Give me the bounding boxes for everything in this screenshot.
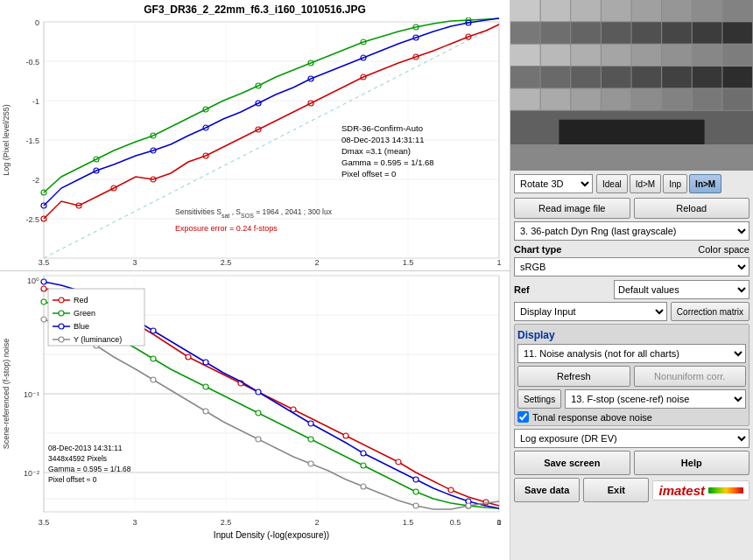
svg-point-120 xyxy=(308,461,313,466)
svg-text:Dmax =3.1 (mean): Dmax =3.1 (mean) xyxy=(341,146,411,156)
thumbnail-area xyxy=(510,0,753,171)
svg-point-102 xyxy=(308,437,313,442)
help-button[interactable]: Help xyxy=(634,451,750,475)
svg-point-93 xyxy=(343,433,348,438)
ideal-button[interactable]: Ideal xyxy=(596,174,628,193)
svg-point-117 xyxy=(151,377,156,382)
refresh-button[interactable]: Refresh xyxy=(517,366,630,387)
svg-text:2.5: 2.5 xyxy=(221,518,232,527)
svg-text:SDR-36-Confirm-Auto: SDR-36-Confirm-Auto xyxy=(341,123,423,133)
refresh-row: Refresh Nonuniform corr. xyxy=(517,366,746,387)
color-space-select[interactable]: sRGB xyxy=(514,257,749,276)
view-btn-group: Ideal Id>M Inp In>M xyxy=(596,174,721,193)
svg-text:0: 0 xyxy=(496,518,501,527)
reload-button[interactable]: Reload xyxy=(634,198,750,219)
svg-text:10⁻¹: 10⁻¹ xyxy=(24,390,39,399)
save-data-button[interactable]: Save data xyxy=(514,478,580,502)
svg-point-111 xyxy=(308,421,313,426)
svg-text:-1: -1 xyxy=(32,97,39,106)
rotate3d-select[interactable]: Rotate 3D xyxy=(514,174,593,193)
svg-point-101 xyxy=(256,410,261,416)
svg-text:Pixel offset = 0: Pixel offset = 0 xyxy=(341,169,396,178)
svg-point-97 xyxy=(41,299,46,304)
save-exit-logo-row: Save data Exit imatest xyxy=(514,478,749,502)
svg-point-135 xyxy=(59,337,64,342)
svg-point-122 xyxy=(413,503,419,508)
logo-bar xyxy=(708,487,743,494)
svg-text:3.5: 3.5 xyxy=(39,258,50,267)
svg-point-123 xyxy=(466,503,471,508)
patch-select[interactable]: 3. 36-patch Dyn Rng (last grayscale) xyxy=(514,221,749,241)
svg-text:2: 2 xyxy=(314,258,319,267)
display-input-select[interactable]: Display Input xyxy=(514,302,667,321)
top-bar: Rotate 3D Ideal Id>M Inp In>M xyxy=(514,174,749,193)
input-correction-row: Display Input Correction matrix xyxy=(514,302,749,321)
logo-container: imatest xyxy=(652,480,749,500)
svg-text:1.5: 1.5 xyxy=(403,258,414,267)
svg-point-87 xyxy=(41,286,46,291)
chart-area: GF3_DR36_2_22mm_f6.3_i160_1010516.JPG xyxy=(0,0,510,560)
exit-button[interactable]: Exit xyxy=(583,478,649,502)
display-section-label: Display xyxy=(517,329,746,341)
svg-text:2: 2 xyxy=(314,518,319,527)
svg-point-103 xyxy=(361,463,366,468)
svg-text:Y (luminance): Y (luminance) xyxy=(74,335,122,344)
ref-label: Ref xyxy=(514,284,530,295)
svg-point-119 xyxy=(256,437,261,442)
top-chart-svg: 0 -0.5 -1 -1.5 -2 -2.5 3.5 3 2.5 2 1.5 1… xyxy=(0,18,510,267)
svg-point-106 xyxy=(41,279,46,284)
svg-text:-0.5: -0.5 xyxy=(25,58,39,66)
svg-point-121 xyxy=(361,484,366,489)
svg-point-132 xyxy=(59,324,64,329)
svg-point-100 xyxy=(203,384,208,389)
svg-text:-2: -2 xyxy=(32,176,39,185)
controls-area: Rotate 3D Ideal Id>M Inp In>M Read image… xyxy=(510,171,753,560)
read-image-button[interactable]: Read image file xyxy=(514,198,630,219)
svg-text:0.5: 0.5 xyxy=(450,518,461,527)
noise-select[interactable]: 13. F-stop (scene-ref) noise xyxy=(565,389,746,409)
save-help-row: Save screen Help xyxy=(514,451,749,475)
log-exposure-select[interactable]: Log exposure (DR EV) xyxy=(514,429,749,448)
svg-text:3: 3 xyxy=(132,518,137,527)
svg-text:Log (Pixel level/255): Log (Pixel level/255) xyxy=(2,104,11,176)
tonal-label: Tonal response above noise xyxy=(532,412,652,423)
svg-point-108 xyxy=(151,328,156,333)
tonal-checkbox[interactable] xyxy=(517,411,529,423)
svg-text:1: 1 xyxy=(496,258,501,267)
correction-matrix-button[interactable]: Correction matrix xyxy=(671,302,749,321)
file-btn-row: Read image file Reload xyxy=(514,198,749,219)
chart-title: GF3_DR36_2_22mm_f6.3_i160_1010516.JPG xyxy=(0,0,510,18)
svg-text:08-Dec-2013 14:31:11: 08-Dec-2013 14:31:11 xyxy=(341,135,425,144)
svg-text:Red: Red xyxy=(74,296,88,304)
svg-text:-1.5: -1.5 xyxy=(25,136,39,145)
svg-text:Scene-referenced (f-stop) nois: Scene-referenced (f-stop) noise xyxy=(2,339,11,450)
svg-text:08-Dec-2013 14:31:11: 08-Dec-2013 14:31:11 xyxy=(48,444,123,452)
ref-select[interactable]: Default values xyxy=(614,280,749,299)
save-screen-button[interactable]: Save screen xyxy=(514,451,630,475)
inp-button[interactable]: Inp xyxy=(663,174,687,193)
settings-button[interactable]: Settings xyxy=(517,389,561,409)
idm-button[interactable]: Id>M xyxy=(630,174,662,193)
right-panel: Rotate 3D Ideal Id>M Inp In>M Read image… xyxy=(510,0,753,560)
inm-button[interactable]: In>M xyxy=(689,174,721,193)
svg-point-94 xyxy=(396,459,401,465)
chart-type-label: Chart type xyxy=(514,244,561,255)
top-chart: 0 -0.5 -1 -1.5 -2 -2.5 3.5 3 2.5 2 1.5 1… xyxy=(0,18,510,271)
svg-point-99 xyxy=(151,356,156,361)
display-dropdown[interactable]: 11. Noise analysis (not for all charts) xyxy=(517,344,746,363)
chart-type-row: Chart type Color space xyxy=(514,244,749,255)
svg-point-113 xyxy=(413,477,419,482)
color-space-label: Color space xyxy=(698,244,749,255)
svg-text:0: 0 xyxy=(35,18,39,27)
svg-text:3: 3 xyxy=(132,258,137,267)
svg-text:Gamma = 0.595 = 1/1.68: Gamma = 0.595 = 1/1.68 xyxy=(48,465,131,473)
svg-text:-2.5: -2.5 xyxy=(25,215,39,224)
tonal-row: Tonal response above noise xyxy=(517,411,746,423)
svg-text:3448x4592 Pixels: 3448x4592 Pixels xyxy=(48,454,107,463)
svg-point-129 xyxy=(59,311,64,316)
nonuniform-button[interactable]: Nonuniform corr. xyxy=(634,366,747,387)
svg-text:Exposure error = 0.24 f-stops: Exposure error = 0.24 f-stops xyxy=(175,224,278,233)
svg-text:10⁻²: 10⁻² xyxy=(24,469,39,478)
svg-point-126 xyxy=(59,298,64,303)
bottom-chart: 10⁰ 10⁻¹ 10⁻² 3.5 3 2.5 2 1.5 1 0.5 0 In… xyxy=(0,271,510,542)
